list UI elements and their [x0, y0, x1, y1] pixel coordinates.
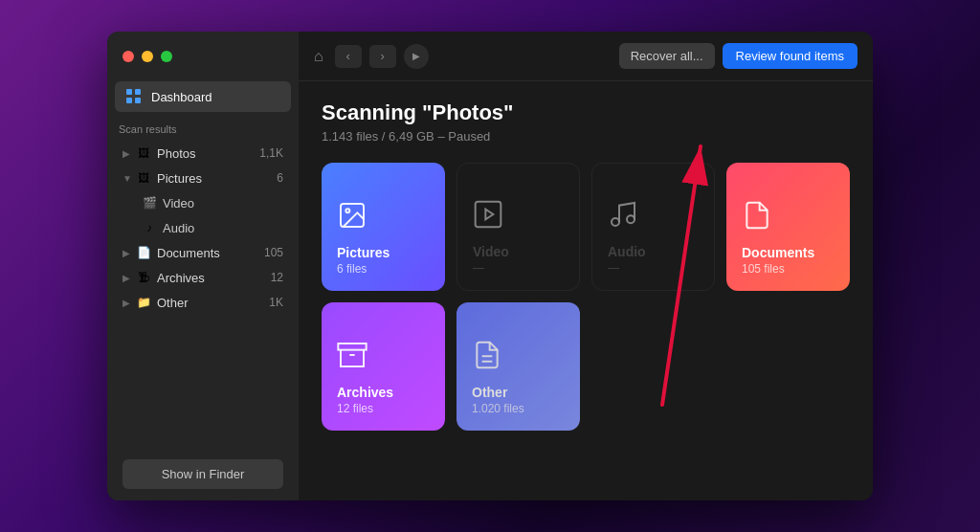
video-card-title: Video — [473, 244, 564, 259]
card-other[interactable]: Other 1.020 files — [457, 302, 580, 431]
other-label: Other — [157, 296, 269, 310]
recover-all-button[interactable]: Recover all... — [619, 43, 715, 69]
svg-point-4 — [612, 218, 619, 226]
play-button[interactable]: ▶ — [404, 44, 429, 69]
documents-label: Documents — [157, 246, 264, 260]
svg-point-1 — [345, 209, 349, 212]
main-content: ⌂ ‹ › ▶ Recover all... Review found item… — [299, 32, 873, 500]
svg-rect-6 — [338, 344, 366, 350]
card-pictures[interactable]: Pictures 6 files — [322, 163, 445, 291]
audio-label: Audio — [163, 221, 283, 235]
home-button[interactable]: ⌂ — [314, 48, 323, 65]
maximize-button[interactable] — [161, 51, 172, 62]
dashboard-label: Dashboard — [151, 90, 212, 104]
pictures-card-title: Pictures — [337, 245, 430, 260]
video-card-count: — — [473, 261, 564, 275]
scanning-title: Scanning "Photos" — [322, 100, 850, 125]
scan-results-label: Scan results — [107, 112, 299, 141]
scanning-subtitle: 1.143 files / 6,49 GB – Paused — [322, 129, 850, 144]
review-found-button[interactable]: Review found items — [723, 43, 858, 69]
archives-label: Archives — [157, 271, 271, 285]
other-card-title: Other — [472, 385, 565, 400]
documents-card-count: 105 files — [742, 262, 835, 276]
chevron-icon: ▶ — [122, 148, 132, 159]
archives-count: 12 — [271, 271, 283, 284]
card-video[interactable]: Video — — [457, 163, 580, 291]
sidebar-item-video[interactable]: 🎬 Video — [111, 190, 295, 215]
sidebar: Dashboard Scan results ▶ 🖼 Photos 1,1K ▼… — [107, 32, 299, 500]
audio-card-icon — [608, 199, 699, 236]
video-icon: 🎬 — [142, 195, 157, 211]
dashboard-icon — [126, 89, 142, 104]
audio-icon: ♪ — [142, 220, 157, 235]
sidebar-item-documents[interactable]: ▶ 📄 Documents 105 — [111, 240, 295, 265]
minimize-button[interactable] — [142, 51, 153, 62]
show-finder-button[interactable]: Show in Finder — [122, 459, 283, 489]
video-card-icon — [473, 199, 564, 236]
cards-grid: Pictures 6 files Video — Audio — [322, 163, 850, 431]
sidebar-item-other[interactable]: ▶ 📁 Other 1K — [111, 290, 295, 315]
audio-card-title: Audio — [608, 244, 699, 259]
other-card-icon — [472, 340, 565, 377]
chevron-icon: ▼ — [122, 173, 132, 184]
pictures-count: 6 — [277, 171, 283, 185]
back-button[interactable]: ‹ — [335, 45, 362, 68]
sidebar-item-pictures[interactable]: ▼ 🖼 Pictures 6 — [111, 166, 295, 190]
svg-rect-2 — [476, 202, 501, 228]
dashboard-item[interactable]: Dashboard — [115, 81, 291, 112]
pictures-label: Pictures — [157, 171, 277, 186]
audio-card-count: — — [608, 261, 699, 275]
archives-icon: 🗜 — [136, 270, 151, 285]
svg-point-5 — [627, 215, 635, 223]
svg-marker-3 — [485, 210, 493, 220]
card-documents[interactable]: Documents 105 files — [726, 163, 850, 291]
card-archives[interactable]: Archives 12 files — [322, 302, 445, 431]
documents-icon: 📄 — [136, 245, 151, 260]
forward-button[interactable]: › — [369, 45, 396, 68]
documents-card-icon — [742, 200, 835, 237]
chevron-icon: ▶ — [122, 248, 132, 258]
documents-card-title: Documents — [742, 245, 835, 260]
other-count: 1K — [269, 296, 283, 309]
documents-count: 105 — [264, 246, 283, 259]
other-card-count: 1.020 files — [472, 402, 565, 415]
toolbar: ⌂ ‹ › ▶ Recover all... Review found item… — [299, 32, 873, 81]
main-window: Dashboard Scan results ▶ 🖼 Photos 1,1K ▼… — [107, 32, 873, 500]
chevron-icon: ▶ — [122, 298, 132, 308]
pictures-card-icon — [337, 200, 430, 237]
archives-card-count: 12 files — [337, 402, 430, 415]
photos-count: 1,1K — [259, 146, 283, 160]
content-area: Scanning "Photos" 1.143 files / 6,49 GB … — [299, 81, 873, 500]
pictures-icon: 🖼 — [136, 170, 151, 186]
archives-card-title: Archives — [337, 385, 430, 400]
other-icon: 📁 — [136, 295, 151, 310]
sidebar-item-photos[interactable]: ▶ 🖼 Photos 1,1K — [111, 141, 295, 166]
card-audio[interactable]: Audio — — [591, 163, 715, 291]
sidebar-item-archives[interactable]: ▶ 🗜 Archives 12 — [111, 265, 295, 290]
photos-label: Photos — [157, 146, 259, 161]
sidebar-item-audio[interactable]: ♪ Audio — [111, 215, 295, 240]
titlebar — [107, 32, 299, 81]
photos-icon: 🖼 — [136, 145, 151, 161]
close-button[interactable] — [122, 51, 134, 62]
archives-card-icon — [337, 340, 430, 377]
chevron-icon: ▶ — [122, 273, 132, 283]
pictures-card-count: 6 files — [337, 262, 430, 276]
video-label: Video — [163, 196, 283, 211]
